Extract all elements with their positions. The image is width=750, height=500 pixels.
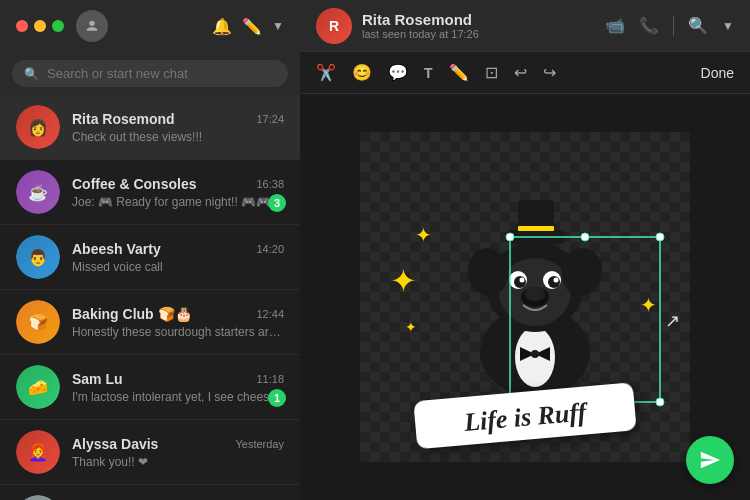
chat-info-abeesh: Abeesh Varty14:20Missed voice call [72,241,284,274]
search-input[interactable] [47,66,276,81]
chat-name-row-coffee: Coffee & Consoles16:38 [72,176,284,192]
unread-badge-coffee: 3 [268,194,286,212]
chat-preview-abeesh: Missed voice call [72,260,284,274]
eye-left [514,276,526,288]
chat-header-avatar: R [316,8,352,44]
pen-icon[interactable]: ✏️ [449,63,469,82]
chat-avatar-baking: 🍞 [16,300,60,344]
chat-name-baking: Baking Club 🍞🎂 [72,306,192,322]
chat-info-rita: Rita Rosemond17:24Check out these views!… [72,111,284,144]
chat-time-sam: 11:18 [256,373,284,385]
chat-time-coffee: 16:38 [256,178,284,190]
chat-item-abeesh[interactable]: 👨Abeesh Varty14:20Missed voice call [0,225,300,290]
chat-info-alyssa: Alyssa DavisYesterdayThank you!! ❤ [72,436,284,469]
chat-preview-coffee: Joe: 🎮 Ready for game night!! 🎮🎮💀 [72,195,284,209]
traffic-lights [16,20,64,32]
chevron-down-icon[interactable]: ▼ [272,19,284,33]
scissors-icon[interactable]: ✂️ [316,63,336,82]
chat-avatar-sam: 🧀 [16,365,60,409]
chat-avatar-jaclyn: 👩 [16,495,60,500]
chat-header-name: Rita Rosemond [362,11,595,28]
text-icon[interactable]: T [424,65,433,81]
chat-name-row-sam: Sam Lu11:18 [72,371,284,387]
sparkle-2: ✦ [415,224,432,246]
chat-item-alyssa[interactable]: 👩‍🦰Alyssa DavisYesterdayThank you!! ❤ [0,420,300,485]
chat-avatar-coffee: ☕ [16,170,60,214]
user-avatar[interactable] [76,10,108,42]
sticker-canvas: ✦ ✦ ✦ ✦ [360,132,690,462]
bow-center [531,350,539,358]
eye-right [548,276,560,288]
eye-glint-left [520,278,525,283]
life-is-ruff-banner: Life is Ruff [413,382,636,449]
chat-info-sam: Sam Lu11:18I'm lactose intolerant yet, I… [72,371,284,404]
send-icon [699,449,721,471]
svg-point-0 [89,21,94,26]
sh-tr [656,233,664,241]
sticker-icon[interactable]: 💬 [388,63,408,82]
chat-item-coffee[interactable]: ☕Coffee & Consoles16:38Joe: 🎮 Ready for … [0,160,300,225]
sidebar-header-icons: 🔔 ✏️ ▼ [212,17,284,36]
chat-preview-sam: I'm lactose intolerant yet, I see cheese… [72,390,284,404]
chat-preview-alyssa: Thank you!! ❤ [72,455,284,469]
fullscreen-button[interactable] [52,20,64,32]
chat-item-jaclyn[interactable]: 👩Jaclyn WileyYesterday📷 Photo [0,485,300,500]
chat-name-row-abeesh: Abeesh Varty14:20 [72,241,284,257]
pug-nose-top [525,287,545,301]
chat-header-actions: 📹 📞 🔍 ▼ [605,16,734,36]
hat-band [518,226,554,231]
chat-time-rita: 17:24 [256,113,284,125]
chat-item-baking[interactable]: 🍞Baking Club 🍞🎂12:44Honestly these sourd… [0,290,300,355]
send-button[interactable] [686,436,734,484]
chat-header-status: last seen today at 17:26 [362,28,595,40]
done-button[interactable]: Done [701,65,734,81]
chat-avatar-alyssa: 👩‍🦰 [16,430,60,474]
sticker-canvas-area: ✦ ✦ ✦ ✦ [300,94,750,500]
sparkle-4: ✦ [640,294,657,316]
chat-avatar-rita: 👩 [16,105,60,149]
chat-item-rita[interactable]: 👩Rita Rosemond17:24Check out these views… [0,95,300,160]
chat-name-rita: Rita Rosemond [72,111,175,127]
undo-icon[interactable]: ↩ [514,63,527,82]
sticker-image: ✦ ✦ ✦ ✦ [360,132,690,462]
chat-preview-baking: Honestly these sourdough starters are aw… [72,325,284,339]
cursor-arrow: ↗ [665,311,680,331]
sh-top [581,233,589,241]
sidebar: 🔔 ✏️ ▼ 🔍 👩Rita Rosemond17:24Check out th… [0,0,300,500]
eye-glint-right [554,278,559,283]
redo-icon[interactable]: ↪ [543,63,556,82]
chevron-down-icon[interactable]: ▼ [722,19,734,33]
search-bar: 🔍 [0,52,300,95]
crop-icon[interactable]: ⊡ [485,63,498,82]
sh-tl [506,233,514,241]
video-call-icon[interactable]: 📹 [605,16,625,35]
chat-header-info: Rita Rosemond last seen today at 17:26 [362,11,595,40]
chat-preview-rita: Check out these views!!! [72,130,284,144]
chat-name-coffee: Coffee & Consoles [72,176,196,192]
chat-header: R Rita Rosemond last seen today at 17:26… [300,0,750,52]
voice-call-icon[interactable]: 📞 [639,16,659,35]
chat-info-coffee: Coffee & Consoles16:38Joe: 🎮 Ready for g… [72,176,284,209]
chat-time-baking: 12:44 [256,308,284,320]
unread-badge-sam: 1 [268,389,286,407]
chat-name-row-baking: Baking Club 🍞🎂12:44 [72,306,284,322]
emoji-icon[interactable]: 😊 [352,63,372,82]
sparkle-1: ✦ [390,263,417,299]
divider [673,16,674,36]
chat-avatar-abeesh: 👨 [16,235,60,279]
main-chat: R Rita Rosemond last seen today at 17:26… [300,0,750,500]
chat-name-row-alyssa: Alyssa DavisYesterday [72,436,284,452]
close-button[interactable] [16,20,28,32]
chat-name-abeesh: Abeesh Varty [72,241,161,257]
minimize-button[interactable] [34,20,46,32]
search-chat-icon[interactable]: 🔍 [688,16,708,35]
bell-icon[interactable]: 🔔 [212,17,232,36]
chat-item-sam[interactable]: 🧀Sam Lu11:18I'm lactose intolerant yet, … [0,355,300,420]
search-wrapper: 🔍 [12,60,288,87]
sidebar-header: 🔔 ✏️ ▼ [0,0,300,52]
sh-br [656,398,664,406]
sparkle-3: ✦ [405,319,417,335]
chat-time-abeesh: 14:20 [256,243,284,255]
chat-name-alyssa: Alyssa Davis [72,436,158,452]
compose-icon[interactable]: ✏️ [242,17,262,36]
